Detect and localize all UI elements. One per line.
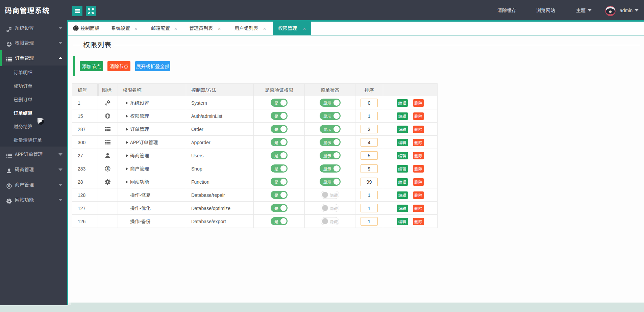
svg-text:$: $ (8, 184, 10, 188)
svg-text:$: $ (106, 166, 109, 171)
